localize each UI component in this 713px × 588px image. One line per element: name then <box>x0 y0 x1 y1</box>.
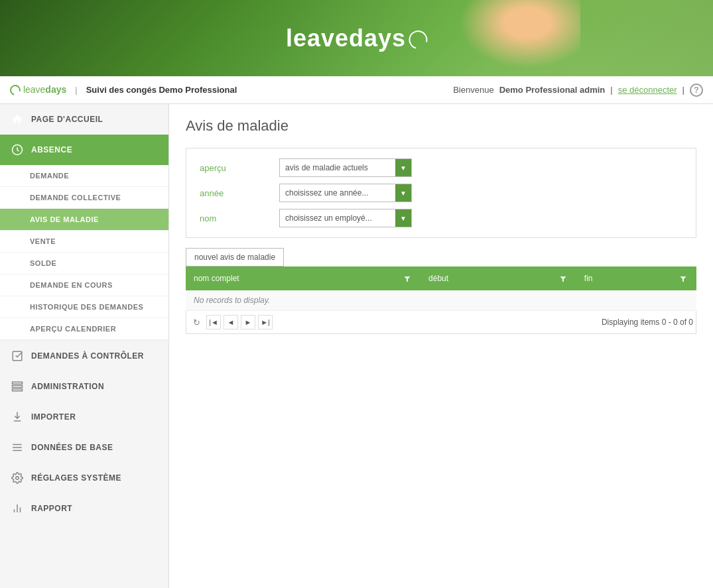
col-nom-filter-icon[interactable] <box>402 273 413 284</box>
admin-label: ADMINISTRATION <box>31 382 104 391</box>
sidebar-item-admin[interactable]: ADMINISTRATION <box>0 371 168 402</box>
nom-select[interactable]: choisissez un employé... ▼ <box>279 209 412 227</box>
apercu-label: aperçu <box>200 163 279 173</box>
sidebar-item-demande-collective[interactable]: DEMANDE COLLECTIVE <box>0 187 168 209</box>
apercu-select[interactable]: avis de maladie actuels ▼ <box>279 158 412 177</box>
next-page-button[interactable]: ► <box>241 315 255 329</box>
topnav-left: leavedays | Suivi des congés Demo Profes… <box>10 84 237 95</box>
new-avis-button[interactable]: nouvel avis de maladie <box>186 248 284 266</box>
avis-table: nom complet début <box>186 266 696 311</box>
apercu-calendrier-label: APERÇU CALENDRIER <box>30 325 116 333</box>
sidebar: PAGE D'ACCUEIL ABSENCE DEMANDE DEMANDE C… <box>0 104 169 588</box>
table-body: No records to display. <box>186 290 696 311</box>
new-avis-label: nouvel avis de maladie <box>194 253 275 262</box>
annee-select[interactable]: choisissez une année... ▼ <box>279 184 412 202</box>
controle-icon <box>10 349 25 363</box>
donnees-icon <box>10 440 25 455</box>
vente-label: VENTE <box>30 237 56 245</box>
annee-select-value: choisissez une année... <box>280 188 395 198</box>
absence-icon <box>10 143 25 157</box>
sidebar-item-apercu-calendrier[interactable]: APERÇU CALENDRIER <box>0 318 168 340</box>
topnav-brand-light: leave <box>23 84 45 95</box>
svg-rect-3 <box>13 386 23 388</box>
svg-marker-13 <box>560 276 566 282</box>
col-debut: début <box>421 266 576 290</box>
brand-circle-icon <box>405 27 430 52</box>
sidebar-sub-menu: DEMANDE DEMANDE COLLECTIVE AVIS DE MALAD… <box>0 165 168 341</box>
donnees-label: DONNÉES DE BASE <box>31 443 113 452</box>
sidebar-home-label: PAGE D'ACCUEIL <box>31 115 103 124</box>
topnav-title: Suivi des congés Demo Professional <box>86 85 237 95</box>
apercu-select-value: avis de maladie actuels <box>280 163 395 172</box>
sidebar-item-demande-en-cours[interactable]: DEMANDE EN COURS <box>0 274 168 296</box>
brand-logo: leavedays <box>286 25 427 52</box>
sidebar-item-donnees[interactable]: DONNÉES DE BASE <box>0 432 168 463</box>
filter-row-nom: nom choisissez un employé... ▼ <box>200 209 682 227</box>
brand-name-bold: days <box>349 25 406 52</box>
nom-label: nom <box>200 213 279 223</box>
col-fin: fin <box>576 266 696 290</box>
refresh-button[interactable]: ↻ <box>189 315 204 329</box>
sidebar-item-importer[interactable]: IMPORTER <box>0 402 168 432</box>
content-area: Avis de maladie aperçu avis de maladie a… <box>169 104 713 588</box>
col-debut-label: début <box>428 274 448 283</box>
solde-label: SOLDE <box>30 259 56 267</box>
sidebar-item-reglages[interactable]: RÉGLAGES SYSTÈME <box>0 463 168 493</box>
main-layout: PAGE D'ACCUEIL ABSENCE DEMANDE DEMANDE C… <box>0 104 713 588</box>
sidebar-item-home[interactable]: PAGE D'ACCUEIL <box>0 104 168 135</box>
nom-select-value: choisissez un employé... <box>280 213 395 223</box>
pagination-info: Displaying items 0 - 0 of 0 <box>602 318 693 327</box>
first-page-button[interactable]: |◄ <box>206 315 221 329</box>
sidebar-item-demande[interactable]: DEMANDE <box>0 165 168 187</box>
col-fin-filter-icon[interactable] <box>678 273 688 284</box>
avis-maladie-label: AVIS DE MALADIE <box>30 215 99 223</box>
brand-name-light: leave <box>286 25 349 52</box>
topnav-tagline: Suivi des congés Demo Professional <box>86 85 237 95</box>
rapport-label: RAPPORT <box>31 504 72 513</box>
sidebar-item-absence[interactable]: ABSENCE <box>0 135 168 165</box>
topnav-separator: | <box>75 85 77 95</box>
sidebar-item-solde[interactable]: SOLDE <box>0 253 168 274</box>
historique-label: HISTORIQUE DES DEMANDES <box>30 303 143 311</box>
table-footer-left: ↻ |◄ ◄ ► ►| <box>189 315 273 329</box>
last-page-button[interactable]: ►| <box>258 315 273 329</box>
nom-dropdown-arrow[interactable]: ▼ <box>395 209 411 227</box>
demande-en-cours-label: DEMANDE EN COURS <box>30 281 113 289</box>
pagination-info-text: Displaying items 0 - 0 of 0 <box>602 318 693 327</box>
header-banner: leavedays <box>0 0 713 76</box>
col-fin-label: fin <box>584 274 593 283</box>
sidebar-item-controle[interactable]: DEMANDES À CONTRÔLER <box>0 341 168 371</box>
sidebar-item-avis-maladie[interactable]: AVIS DE MALADIE <box>0 209 168 231</box>
sidebar-item-vente[interactable]: VENTE <box>0 231 168 253</box>
sidebar-item-historique[interactable]: HISTORIQUE DES DEMANDES <box>0 296 168 318</box>
prev-page-button[interactable]: ◄ <box>224 315 238 329</box>
import-icon <box>10 410 25 424</box>
sidebar-absence-label: ABSENCE <box>31 145 72 154</box>
no-records-text: No records to display. <box>194 296 270 305</box>
sidebar-item-rapport[interactable]: RAPPORT <box>0 493 168 524</box>
no-records-cell: No records to display. <box>186 290 696 311</box>
topnav-brand-bold: days <box>45 84 66 95</box>
svg-marker-12 <box>405 276 411 282</box>
topnav-logo-icon <box>8 83 23 97</box>
demande-collective-label: DEMANDE COLLECTIVE <box>30 194 121 202</box>
col-debut-filter-icon[interactable] <box>558 273 568 284</box>
page-title: Avis de maladie <box>186 117 696 135</box>
admin-icon <box>10 379 25 394</box>
svg-point-8 <box>16 477 19 480</box>
annee-dropdown-arrow[interactable]: ▼ <box>395 184 411 202</box>
svg-rect-1 <box>13 351 22 361</box>
topnav-logo: leavedays <box>10 84 66 95</box>
rapport-icon <box>10 501 25 516</box>
filter-row-apercu: aperçu avis de maladie actuels ▼ <box>200 158 682 177</box>
table-header-row: nom complet début <box>186 266 696 290</box>
svg-rect-4 <box>13 389 23 391</box>
apercu-dropdown-arrow[interactable]: ▼ <box>395 159 411 176</box>
topnav-right: Bienvenue Demo Professional admin | se d… <box>453 84 703 97</box>
svg-rect-2 <box>13 382 23 384</box>
home-icon <box>10 112 25 127</box>
help-icon[interactable]: ? <box>690 84 703 97</box>
logout-link[interactable]: se déconnecter <box>618 85 677 95</box>
demande-label: DEMANDE <box>30 172 69 180</box>
filter-box: aperçu avis de maladie actuels ▼ année c… <box>186 148 696 238</box>
